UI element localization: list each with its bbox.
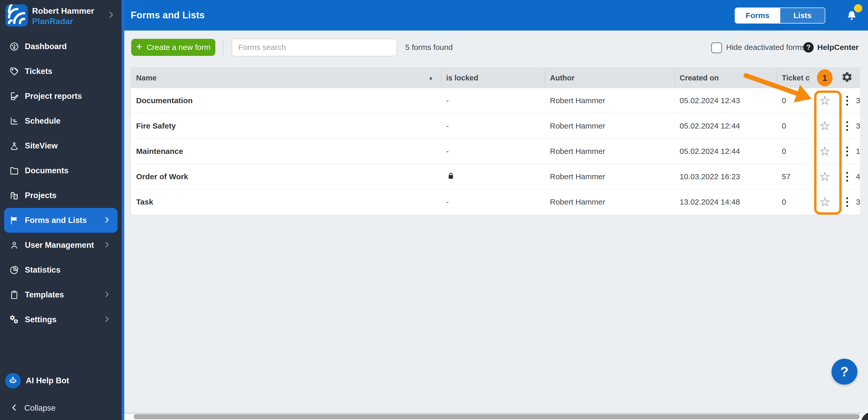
sidebar-item-project-reports[interactable]: Project reports <box>4 84 118 108</box>
sidebar-item-templates[interactable]: Templates <box>4 282 118 307</box>
folder-icon <box>9 166 19 175</box>
table-row[interactable]: Task - Robert Hammer 13.02.2024 14:48 0 … <box>131 190 860 215</box>
sidebar-nav: Dashboard Tickets Project reports Schedu… <box>0 34 122 332</box>
create-new-form-button[interactable]: + Create a new form <box>131 39 215 56</box>
horizontal-scrollbar-thumb[interactable] <box>133 414 860 419</box>
ai-help-bot-button[interactable]: AI Help Bot <box>0 368 122 393</box>
sidebar-item-documents[interactable]: Documents <box>4 158 118 183</box>
sort-ascending-icon: ▲ <box>428 75 433 81</box>
sidebar-item-schedule[interactable]: Schedule <box>4 108 118 133</box>
tab-lists[interactable]: Lists <box>780 8 825 23</box>
sidebar-item-dashboard[interactable]: Dashboard <box>4 34 118 59</box>
gear-icon[interactable] <box>841 71 853 85</box>
gauge-icon <box>9 42 19 52</box>
help-center-link[interactable]: HelpCenter <box>817 39 859 56</box>
forms-search-input[interactable] <box>231 38 397 56</box>
row-menu-icon[interactable] <box>845 120 849 132</box>
row-menu-icon[interactable] <box>845 94 849 107</box>
column-edge <box>854 67 860 88</box>
toolbar-divider <box>223 38 223 56</box>
sidebar-item-forms-and-lists[interactable]: Forms and Lists <box>4 208 118 233</box>
gantt-chart-icon <box>9 116 19 126</box>
row-menu-icon[interactable] <box>845 145 849 158</box>
hide-deactivated-checkbox[interactable] <box>711 42 722 53</box>
chevron-right-icon <box>106 10 116 20</box>
robot-icon <box>5 373 21 388</box>
column-settings <box>840 67 854 88</box>
table-header-row: Name ▲ is locked Author Created on Ticke… <box>131 67 860 88</box>
chevron-right-icon <box>103 290 111 299</box>
column-header-name[interactable]: Name ▲ <box>131 67 441 88</box>
chevron-right-icon <box>103 241 111 250</box>
sidebar-item-projects[interactable]: Projects <box>4 183 118 208</box>
page-title: Forms and Lists <box>131 0 205 31</box>
column-header-is-locked[interactable]: is locked <box>441 67 545 88</box>
page-header: Forms and Lists Forms Lists <box>124 0 868 31</box>
tag-icon <box>9 66 19 76</box>
results-count: 5 forms found <box>405 39 453 56</box>
favorite-star-icon[interactable]: ☆ <box>819 120 830 132</box>
notification-dot <box>854 4 862 12</box>
report-pencil-icon <box>9 91 19 101</box>
user-name: Robert Hammer <box>32 6 94 16</box>
tab-forms[interactable]: Forms <box>735 8 780 23</box>
hide-deactivated-label: Hide deactivated forms <box>726 39 806 56</box>
sidebar-item-tickets[interactable]: Tickets <box>4 59 118 84</box>
column-header-favorite: 1 <box>809 67 840 88</box>
lock-icon <box>446 171 456 182</box>
sidebar-accent-strip <box>122 0 124 420</box>
planradar-logo <box>5 4 28 27</box>
table-row[interactable]: Maintenance - Robert Hammer 05.02.2024 1… <box>131 139 860 164</box>
table-row[interactable]: Fire Safety - Robert Hammer 05.02.2024 1… <box>131 114 860 139</box>
flag-icon <box>9 216 19 225</box>
lock-cell <box>441 164 545 189</box>
sidebar-item-statistics[interactable]: Statistics <box>4 258 118 282</box>
favorite-star-icon[interactable]: ☆ <box>819 145 830 158</box>
column-header-created-on[interactable]: Created on <box>675 67 777 88</box>
chevron-right-icon <box>103 216 111 225</box>
forms-table: Name ▲ is locked Author Created on Ticke… <box>131 67 861 215</box>
buildings-icon <box>9 191 19 200</box>
column-header-author[interactable]: Author <box>545 67 675 88</box>
sidebar-item-siteview[interactable]: SiteView <box>4 133 118 158</box>
floating-help-button[interactable]: ? <box>832 359 858 385</box>
table-row[interactable]: Documentation - Robert Hammer 05.02.2024… <box>131 88 860 114</box>
favorite-star-icon[interactable]: ☆ <box>819 94 830 107</box>
forms-lists-toggle: Forms Lists <box>735 7 825 24</box>
gears-icon <box>9 315 19 325</box>
column-header-ticket-count[interactable]: Ticket co <box>777 67 809 88</box>
pie-chart-icon <box>9 265 19 275</box>
collapse-sidebar-button[interactable]: Collapse <box>0 396 122 420</box>
row-menu-icon[interactable] <box>845 170 849 183</box>
help-center-icon[interactable]: ? <box>803 42 814 53</box>
chevron-right-icon <box>103 315 111 324</box>
clipboard-icon <box>9 290 19 300</box>
sidebar-item-settings[interactable]: Settings <box>4 307 118 332</box>
favorite-star-icon[interactable]: ☆ <box>819 170 830 183</box>
row-menu-icon[interactable] <box>845 196 849 208</box>
step-badge: 1 <box>817 69 833 86</box>
sidebar-item-user-management[interactable]: User Management <box>4 233 118 258</box>
corner-widget <box>861 412 868 420</box>
chevron-left-icon <box>10 403 19 413</box>
account-name: PlanRadar <box>32 17 73 26</box>
user-icon <box>9 240 19 250</box>
plus-icon: + <box>136 41 143 52</box>
favorite-star-icon[interactable]: ☆ <box>819 196 830 208</box>
account-switcher[interactable]: Robert Hammer PlanRadar <box>0 0 122 31</box>
person-pin-icon <box>9 141 19 151</box>
table-row[interactable]: Order of Work Robert Hammer 10.03.2022 1… <box>131 164 860 190</box>
sidebar: Robert Hammer PlanRadar Dashboard Ticket… <box>0 0 122 420</box>
